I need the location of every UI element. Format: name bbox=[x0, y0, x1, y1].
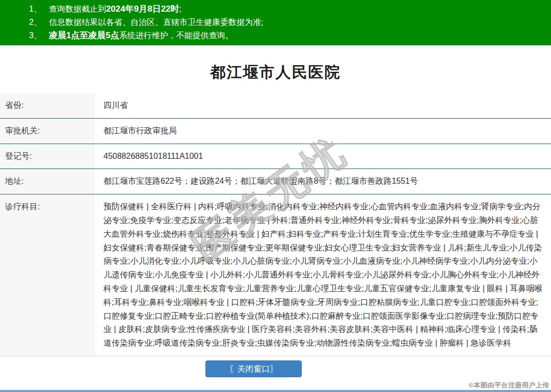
field-label: 省份: bbox=[0, 93, 94, 118]
field-label: 审批机关: bbox=[0, 119, 94, 144]
notice-item: 3、凌晨1点至凌晨5点系统进行维护，不能提供查询。 bbox=[0, 29, 551, 42]
table-row-address: 地址: 都江堰市宝莲路622号；建设路24号；都江堰大道联盟南路8号；都江堰市善… bbox=[0, 169, 551, 194]
notice-number: 2、 bbox=[29, 16, 42, 29]
upload-credit: ©本图由平台注册用户上传 bbox=[468, 381, 549, 390]
notice-number: 1、 bbox=[29, 3, 42, 16]
close-window-button[interactable]: 〖关闭窗口〗 bbox=[205, 360, 302, 377]
page: 1、查询数据截止到2024年9月8日22时; 2、信息数据结果以各省、自治区、直… bbox=[0, 0, 551, 392]
info-table: 省份: 四川省 审批机关: 都江堰市行政审批局 登记号: 45088268851… bbox=[0, 93, 551, 356]
field-value: 都江堰市行政审批局 bbox=[94, 119, 551, 144]
notice-text: 查询数据截止到2024年9月8日22时; bbox=[49, 5, 181, 13]
field-label: 登记号: bbox=[0, 144, 94, 169]
field-label: 地址: bbox=[0, 169, 94, 194]
notice-item: 1、查询数据截止到2024年9月8日22时; bbox=[0, 3, 551, 16]
notice-banner: 1、查询数据截止到2024年9月8日22时; 2、信息数据结果以各省、自治区、直… bbox=[0, 0, 551, 45]
field-value: 预防保健科 | 全科医疗科 | 内科;呼吸内科专业;消化内科专业;神经内科专业;… bbox=[94, 194, 551, 356]
field-value: 45088268851018111A1001 bbox=[94, 144, 551, 169]
bottom-strip bbox=[0, 390, 551, 392]
field-value: 四川省 bbox=[94, 93, 551, 118]
notice-number: 3、 bbox=[29, 29, 42, 42]
table-row-approval-authority: 审批机关: 都江堰市行政审批局 bbox=[0, 119, 551, 144]
notice-item: 2、信息数据结果以各省、自治区、直辖市卫生健康委数据为准; bbox=[0, 16, 551, 29]
table-row-registration-number: 登记号: 45088268851018111A1001 bbox=[0, 144, 551, 170]
notice-text: 信息数据结果以各省、自治区、直辖市卫生健康委数据为准; bbox=[49, 18, 263, 26]
table-row-province: 省份: 四川省 bbox=[0, 93, 551, 119]
notice-text: 凌晨1点至凌晨5点系统进行维护，不能提供查询。 bbox=[49, 31, 233, 40]
field-value: 都江堰市宝莲路622号；建设路24号；都江堰大道联盟南路8号；都江堰市善政路15… bbox=[94, 169, 551, 194]
hospital-title: 都江堰市人民医院 bbox=[0, 64, 551, 81]
table-row-medical-subjects: 诊疗科目: 预防保健科 | 全科医疗科 | 内科;呼吸内科专业;消化内科专业;神… bbox=[0, 194, 551, 356]
field-label: 诊疗科目: bbox=[0, 194, 94, 356]
